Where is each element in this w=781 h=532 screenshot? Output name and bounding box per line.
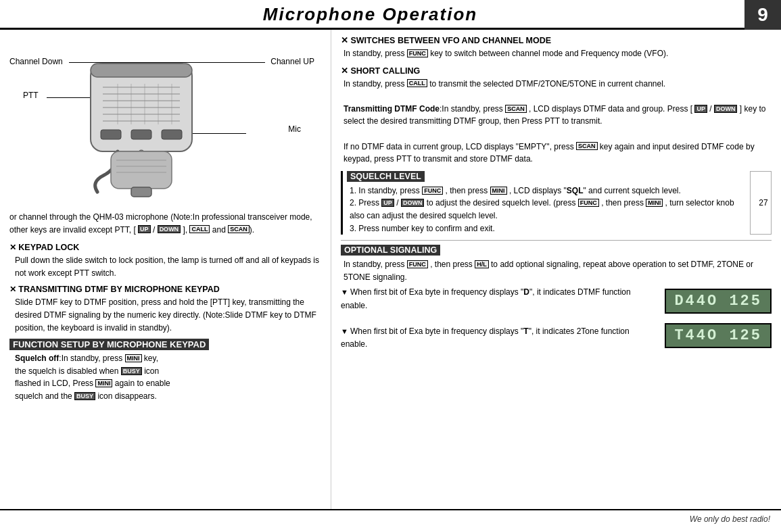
svg-rect-17 [111, 151, 172, 189]
optional-display-area: When first bit of Exa byte in frequency … [341, 286, 772, 351]
svg-rect-15 [162, 130, 182, 139]
optional-when-1: When first bit of Exa byte in frequency … [341, 286, 654, 312]
call-button: CALL [189, 225, 210, 233]
hl-button: H/L [475, 260, 489, 268]
section-divider [341, 240, 772, 241]
channel-up-label: Channel UP [270, 57, 314, 66]
transmitting-header: TRANSMITTING DTMF BY MICROPHONE KEYPAD [9, 285, 321, 294]
func-btn-3: FUNC [578, 199, 599, 207]
busy-icon: BUSY [121, 367, 142, 375]
slogan: We only do best radio! [690, 514, 770, 524]
switches-body: In standby, press FUNC key to switch bet… [344, 47, 772, 60]
below-diagram-text: or channel through the QHM-03 microphone… [9, 211, 321, 236]
squelch-step-2: 2. Press UP / DOWN to adjust the desired… [350, 197, 750, 222]
ptt-label: PTT [23, 91, 39, 100]
short-calling-section: SHORT CALLING In standby, press CALL to … [341, 66, 772, 166]
keypad-lock-body: Pull down the slide switch to lock posit… [15, 254, 321, 279]
squelch-level-header: SQUELCH LEVEL [347, 171, 425, 182]
keypad-lock-header: KEYPAD LOCK [9, 243, 321, 252]
channel-down-label: Channel Down [9, 57, 63, 66]
svg-rect-21 [131, 187, 151, 197]
mic-diagram: Channel Down Channel UP PTT Mic [9, 37, 321, 205]
optional-when-2: When first bit of Exa byte in frequency … [341, 325, 654, 351]
right-column: SWITCHES BETWEEN VFO AND CHANNEL MODE In… [331, 30, 781, 509]
mini-btn-3: MINI [490, 187, 507, 195]
squelch-level-list: 1. In standby, press FUNC , then press M… [350, 185, 750, 235]
left-column: Channel Down Channel UP PTT Mic [0, 30, 331, 509]
svg-rect-13 [101, 130, 121, 139]
main-content: Channel Down Channel UP PTT Mic [0, 30, 781, 509]
squelch-level-inner: SQUELCH LEVEL 1. In standby, press FUNC … [341, 171, 750, 235]
optional-body: In standby, press FUNC , then press H/L … [344, 258, 772, 283]
squelch-level-container: SQUELCH LEVEL 1. In standby, press FUNC … [341, 171, 772, 235]
squelch-step-1: 1. In standby, press FUNC , then press M… [350, 185, 750, 197]
short-calling-header: SHORT CALLING [341, 66, 772, 76]
mini-button-2: MINI [95, 379, 112, 387]
squelch-step-3: 3. Press number key to confirm and exit. [350, 222, 750, 235]
optional-signaling-section: OPTIONAL SIGNALING In standby, press FUN… [341, 245, 772, 351]
page-number: 9 [744, 0, 781, 30]
optional-header: OPTIONAL SIGNALING [341, 245, 440, 256]
up-button: UP [138, 225, 151, 233]
scan-btn-2: SCAN [576, 142, 598, 150]
svg-rect-1 [91, 64, 192, 77]
up-btn-2: UP [694, 105, 707, 113]
func-btn-2: FUNC [422, 187, 443, 195]
mic-illustration [64, 57, 219, 201]
display-box-1: D44O 125 [665, 289, 772, 314]
display-box-2: T44O 125 [665, 323, 772, 348]
switches-header: SWITCHES BETWEEN VFO AND CHANNEL MODE [341, 35, 772, 45]
optional-display-col: D44O 125 T44O 125 [665, 286, 772, 351]
down-btn-2: DOWN [714, 105, 738, 113]
mini-button-squelch: MINI [125, 354, 142, 362]
mic-label: Mic [288, 124, 301, 134]
page-side-number: 27 [750, 171, 772, 235]
call-button-2: CALL [407, 79, 427, 87]
squelch-level-section: SQUELCH LEVEL 1. In standby, press FUNC … [341, 171, 772, 235]
switches-section: SWITCHES BETWEEN VFO AND CHANNEL MODE In… [341, 35, 772, 60]
svg-rect-14 [131, 130, 151, 139]
short-calling-body: In standby, press CALL to transmit the s… [344, 78, 772, 166]
page-title: Microphone Operation [8, 4, 773, 25]
below-diagram-para: or channel through the QHM-03 microphone… [9, 212, 312, 235]
down-button: DOWN [158, 225, 181, 233]
up-btn-3: UP [381, 199, 394, 207]
busy-icon-2: BUSY [74, 392, 95, 400]
down-btn-3: DOWN [401, 199, 425, 207]
squelch-off-section: Squelch off:In standby, press MINI key, … [15, 352, 321, 402]
transmitting-body: Slide DTMF key to DTMF position, press a… [15, 296, 321, 334]
func-btn-4: FUNC [407, 260, 428, 268]
scan-button: SCAN [228, 225, 250, 233]
scan-btn-1: SCAN [505, 105, 527, 113]
page-header: Microphone Operation 9 [0, 0, 781, 30]
bottom-bar: We only do best radio! [0, 509, 781, 528]
mini-btn-4: MINI [646, 199, 663, 207]
optional-text-col: When first bit of Exa byte in frequency … [341, 286, 654, 351]
function-setup-header: FUNCTION SETUP BY MICROPHONE KEYPAD [9, 339, 209, 350]
func-button-1: FUNC [407, 49, 428, 57]
